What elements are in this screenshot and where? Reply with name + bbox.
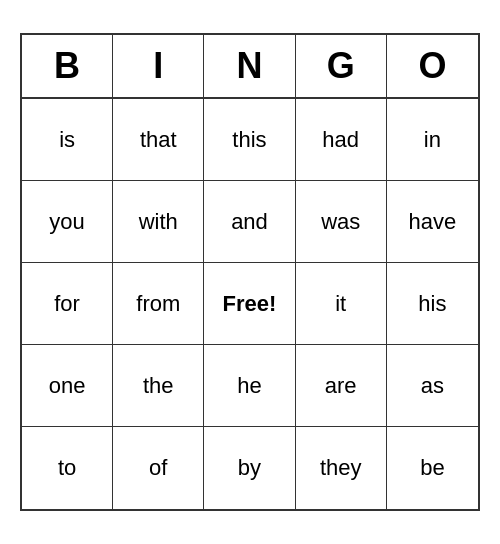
header-letter: I bbox=[113, 35, 204, 97]
bingo-cell-r1-c1: with bbox=[113, 181, 204, 263]
bingo-cell-r2-c1: from bbox=[113, 263, 204, 345]
bingo-cell-r3-c2: he bbox=[204, 345, 295, 427]
bingo-cell-r3-c0: one bbox=[22, 345, 113, 427]
bingo-cell-r0-c1: that bbox=[113, 99, 204, 181]
bingo-header: BINGO bbox=[22, 35, 478, 99]
header-letter: B bbox=[22, 35, 113, 97]
bingo-cell-r2-c2: Free! bbox=[204, 263, 295, 345]
bingo-cell-r4-c0: to bbox=[22, 427, 113, 509]
bingo-cell-r2-c3: it bbox=[296, 263, 387, 345]
bingo-cell-r4-c4: be bbox=[387, 427, 478, 509]
bingo-cell-r4-c2: by bbox=[204, 427, 295, 509]
header-letter: G bbox=[296, 35, 387, 97]
bingo-cell-r2-c4: his bbox=[387, 263, 478, 345]
bingo-cell-r3-c4: as bbox=[387, 345, 478, 427]
bingo-cell-r0-c0: is bbox=[22, 99, 113, 181]
bingo-cell-r0-c3: had bbox=[296, 99, 387, 181]
bingo-cell-r1-c4: have bbox=[387, 181, 478, 263]
bingo-cell-r1-c0: you bbox=[22, 181, 113, 263]
bingo-cell-r1-c2: and bbox=[204, 181, 295, 263]
bingo-cell-r4-c3: they bbox=[296, 427, 387, 509]
header-letter: O bbox=[387, 35, 478, 97]
bingo-cell-r3-c3: are bbox=[296, 345, 387, 427]
header-letter: N bbox=[204, 35, 295, 97]
bingo-cell-r2-c0: for bbox=[22, 263, 113, 345]
bingo-cell-r4-c1: of bbox=[113, 427, 204, 509]
bingo-cell-r0-c4: in bbox=[387, 99, 478, 181]
bingo-cell-r0-c2: this bbox=[204, 99, 295, 181]
bingo-cell-r3-c1: the bbox=[113, 345, 204, 427]
bingo-cell-r1-c3: was bbox=[296, 181, 387, 263]
bingo-grid: isthatthishadinyouwithandwashaveforfromF… bbox=[22, 99, 478, 509]
bingo-card: BINGO isthatthishadinyouwithandwashavefo… bbox=[20, 33, 480, 511]
